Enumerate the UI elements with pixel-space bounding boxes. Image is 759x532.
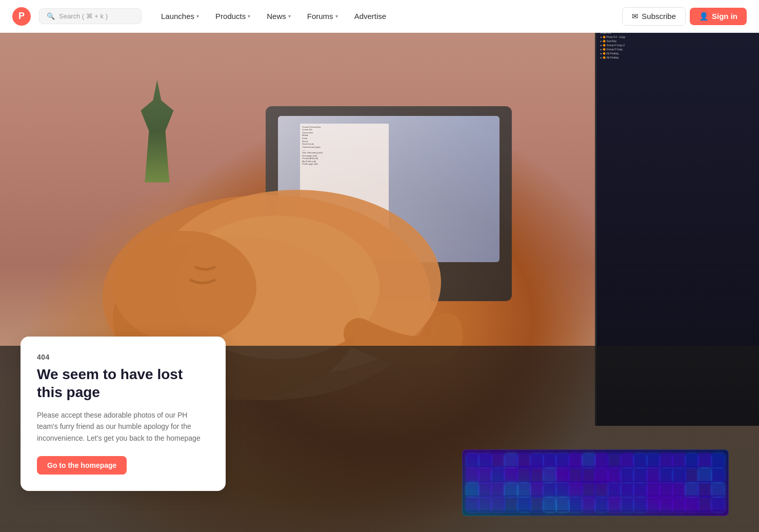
envelope-icon: ✉	[632, 12, 638, 21]
svg-point-4	[113, 231, 256, 344]
homepage-label: Go to the homepage	[47, 461, 116, 469]
search-placeholder: Search ( ⌘ + k )	[59, 12, 108, 20]
nav-right: ✉ Subscribe 👤 Sign in	[622, 7, 747, 26]
nav-label-products: Products	[215, 12, 246, 21]
error-title: We seem to have lost this page	[37, 365, 209, 401]
error-description: Please accept these adorable photos of o…	[37, 409, 209, 444]
chevron-down-icon: ▾	[335, 13, 338, 19]
chevron-down-icon: ▾	[288, 13, 291, 19]
signin-label: Sign in	[712, 12, 737, 21]
subscribe-button[interactable]: ✉ Subscribe	[622, 7, 686, 26]
signin-button[interactable]: 👤 Sign in	[690, 8, 747, 25]
subscribe-label: Subscribe	[642, 12, 676, 21]
navbar: P 🔍 Search ( ⌘ + k ) Launches ▾ Products…	[0, 0, 759, 33]
search-icon: 🔍	[47, 12, 55, 20]
go-to-homepage-button[interactable]: Go to the homepage	[37, 456, 127, 475]
chevron-down-icon: ▾	[196, 13, 199, 19]
nav-label-forums: Forums	[307, 12, 333, 21]
nav-item-products[interactable]: Products ▾	[208, 8, 257, 25]
nav-item-forums[interactable]: Forums ▾	[300, 8, 345, 25]
user-icon: 👤	[699, 12, 709, 21]
nav-item-news[interactable]: News ▾	[259, 8, 298, 25]
nav-item-launches[interactable]: Launches ▾	[154, 8, 206, 25]
nav-label-advertise: Advertise	[354, 12, 387, 21]
logo[interactable]: P	[12, 7, 31, 26]
chevron-down-icon: ▾	[248, 13, 250, 19]
nav-links: Launches ▾ Products ▾ News ▾ Forums ▾ Ad…	[154, 8, 393, 25]
nav-label-news: News	[267, 12, 286, 21]
error-code: 404	[37, 353, 209, 361]
keyboard	[462, 449, 729, 516]
error-card: 404 We seem to have lost this page Pleas…	[21, 337, 226, 491]
logo-letter: P	[18, 11, 25, 22]
nav-item-advertise[interactable]: Advertise	[347, 8, 394, 25]
search-bar[interactable]: 🔍 Search ( ⌘ + k )	[39, 8, 142, 24]
nav-label-launches: Launches	[161, 12, 194, 21]
